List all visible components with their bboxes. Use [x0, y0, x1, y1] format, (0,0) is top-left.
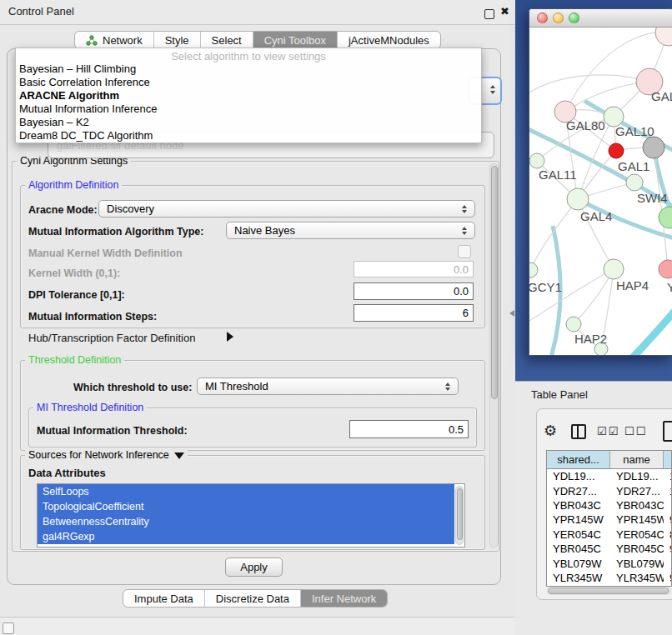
table-hscrollbar-thumb[interactable]	[548, 588, 669, 594]
select-all-checkboxes-icon[interactable]: ☑☑	[597, 425, 619, 438]
combo-up-arrow-icon	[462, 205, 467, 208]
document-icon[interactable]	[663, 421, 672, 442]
tab-network[interactable]: Network	[75, 32, 153, 48]
gear-icon[interactable]: ⚙	[544, 422, 557, 439]
network-node-label-swi4: SWI4	[637, 191, 668, 205]
network-node-pink-right[interactable]	[659, 260, 672, 278]
column-header-a[interactable]: A	[664, 451, 672, 468]
table-row[interactable]: YBL079WYBL079W	[547, 556, 671, 570]
table-cell: YDR27...	[547, 485, 610, 498]
algorithm-option-dream8-dc-tdc-algorithm[interactable]: Dream8 DC_TDC Algorithm	[16, 129, 481, 142]
table-row[interactable]: YBR043CYBR043C	[547, 498, 671, 512]
table-row[interactable]: YER054CYER054C8.	[547, 528, 671, 542]
column-layout-icon[interactable]	[571, 424, 586, 439]
table-row[interactable]: YPR145WYPR145W9.	[547, 512, 671, 527]
which-threshold-combobox[interactable]: MI Threshold	[197, 378, 459, 395]
tab-style[interactable]: Style	[153, 32, 200, 48]
network-node-label-gal: GAL	[651, 89, 672, 103]
network-edge[interactable]	[626, 306, 672, 355]
attributes-scrollbar-track[interactable]	[455, 486, 464, 545]
close-traffic-light-icon[interactable]	[537, 12, 548, 23]
which-threshold-value: MI Threshold	[198, 380, 442, 392]
network-edge[interactable]	[529, 75, 649, 96]
hub-expand-arrow-icon[interactable]	[227, 332, 233, 342]
tab-cyni-toolbox[interactable]: Cyni Toolbox	[253, 32, 337, 48]
table-hscrollbar-track[interactable]	[547, 587, 671, 595]
tab-infer-network[interactable]: Infer Network	[300, 590, 387, 607]
network-edge[interactable]	[529, 269, 614, 324]
tab-discretize-data[interactable]: Discretize Data	[204, 590, 300, 607]
network-node-gcy1[interactable]	[529, 262, 538, 278]
hub-definition-label[interactable]: Hub/Transcription Factor Definition	[28, 332, 195, 344]
kernel-width-field[interactable]: 0.0	[354, 261, 474, 278]
mi-threshold-field[interactable]: 0.5	[349, 420, 469, 438]
table-panel-title: Table Panel	[531, 388, 588, 401]
table-cell: YDL19...	[547, 470, 610, 482]
network-node-right-green[interactable]	[659, 207, 672, 228]
network-node-gal11[interactable]	[529, 153, 544, 168]
algorithm-option-aracne-algorithm[interactable]: ARACNE Algorithm	[16, 89, 481, 102]
tab-impute-data[interactable]: Impute Data	[123, 590, 204, 607]
network-node-gal1[interactable]	[626, 174, 643, 191]
panel-divider-arrow-icon[interactable]	[509, 310, 514, 317]
network-node-hap2[interactable]	[566, 317, 581, 332]
algorithm-option-bayesian-k2[interactable]: Bayesian – K2	[16, 116, 481, 129]
table-row[interactable]: YDR27...YDR27...12	[547, 483, 671, 498]
which-threshold-label: Which threshold to use:	[73, 382, 192, 393]
data-attribute-item-selfloops[interactable]: SelfLoops	[38, 484, 454, 499]
settings-scrollbar-thumb[interactable]	[491, 166, 498, 399]
dpi-tolerance-field[interactable]: 0.0	[354, 282, 474, 300]
node-attribute-table[interactable]: shared...nameA YDL19...YDL19...13YDR27..…	[546, 450, 672, 587]
table-cell: YBL079W	[547, 558, 610, 570]
control-panel-tabbar: NetworkStyleSelectCyni ToolboxjActiveMNo…	[74, 31, 441, 49]
network-node-top-right[interactable]	[655, 28, 672, 46]
network-canvas[interactable]: GALGAL80GAL10GAL1GAL11SWI4GAL4GCY1HAP4YH…	[529, 28, 672, 355]
tab-jactivemnodules[interactable]: jActiveMNodules	[337, 32, 440, 48]
tab-select[interactable]: Select	[200, 32, 253, 48]
float-window-icon[interactable]	[484, 9, 494, 19]
apply-button[interactable]: Apply	[225, 558, 283, 577]
mi-algorithm-type-combobox[interactable]: Naive Bayes	[226, 222, 475, 239]
network-node-gal4[interactable]	[567, 188, 589, 210]
table-cell: 13	[664, 470, 671, 482]
combo-down-arrow-icon	[490, 91, 495, 94]
network-window-titlebar[interactable]	[529, 9, 672, 28]
column-header-shared[interactable]: shared...	[547, 451, 610, 468]
sources-collapse-arrow-icon[interactable]	[174, 452, 184, 459]
data-attribute-item-topologicalcoefficient[interactable]: TopologicalCoefficient	[38, 499, 454, 514]
data-attribute-item-betweennesscentrality[interactable]: BetweennessCentrality	[38, 514, 454, 529]
table-row[interactable]: YDL19...YDL19...13	[547, 469, 671, 483]
algorithm-popup-placeholder: Select algorithm to view settings	[16, 48, 481, 62]
mi-steps-field[interactable]: 6	[354, 304, 474, 322]
app-root: Control Panel ✖ NetworkStyleSelectCyni T…	[0, 0, 672, 635]
tab-label: Style	[165, 34, 189, 47]
table-row[interactable]: YBR045CYBR045C9.	[547, 542, 671, 556]
network-node-gray-node[interactable]	[643, 137, 664, 158]
deselect-all-checkboxes-icon[interactable]: ☐☐	[624, 425, 647, 438]
network-node-hap4[interactable]	[604, 259, 624, 279]
table-cell: YBR045C	[547, 542, 610, 555]
minimize-traffic-light-icon[interactable]	[553, 12, 564, 23]
column-header-name[interactable]: name	[610, 451, 664, 468]
data-attributes-list[interactable]: SelfLoopsTopologicalCoefficientBetweenne…	[37, 483, 465, 548]
zoom-traffic-light-icon[interactable]	[569, 12, 579, 23]
combo-up-arrow-icon	[490, 85, 495, 88]
algorithm-definition-legend: Algorithm Definition	[25, 179, 122, 191]
attributes-scrollbar-thumb[interactable]	[457, 488, 463, 540]
algorithm-option-basic-correlation-inference[interactable]: Basic Correlation Inference	[16, 76, 481, 89]
aracne-mode-combobox[interactable]: Discovery	[98, 200, 475, 218]
threshold-definition-legend: Threshold Definition	[25, 354, 124, 366]
table-row[interactable]: YLR345WYLR345W9.	[547, 571, 671, 585]
mi-threshold-label: Mutual Information Threshold:	[37, 425, 188, 437]
table-cell: YPR145W	[547, 513, 610, 526]
close-icon[interactable]: ✖	[500, 5, 509, 18]
bottom-tabbar: Impute DataDiscretize DataInfer Network	[123, 589, 388, 608]
data-attribute-item-gal4rgexp[interactable]: gal4RGexp	[38, 529, 454, 544]
settings-scrollbar-track[interactable]	[489, 163, 499, 548]
network-node-red-node[interactable]	[609, 143, 624, 158]
algorithm-option-bayesian-hill-climbing[interactable]: Bayesian – Hill Climbing	[16, 62, 481, 76]
algorithm-dropdown-popup: Select algorithm to view settings Bayesi…	[15, 48, 482, 143]
algorithm-option-mutual-information-inference[interactable]: Mutual Information Inference	[16, 102, 481, 116]
collapsed-panel-icon[interactable]	[3, 622, 14, 634]
manual-kernel-width-checkbox[interactable]	[458, 245, 471, 258]
